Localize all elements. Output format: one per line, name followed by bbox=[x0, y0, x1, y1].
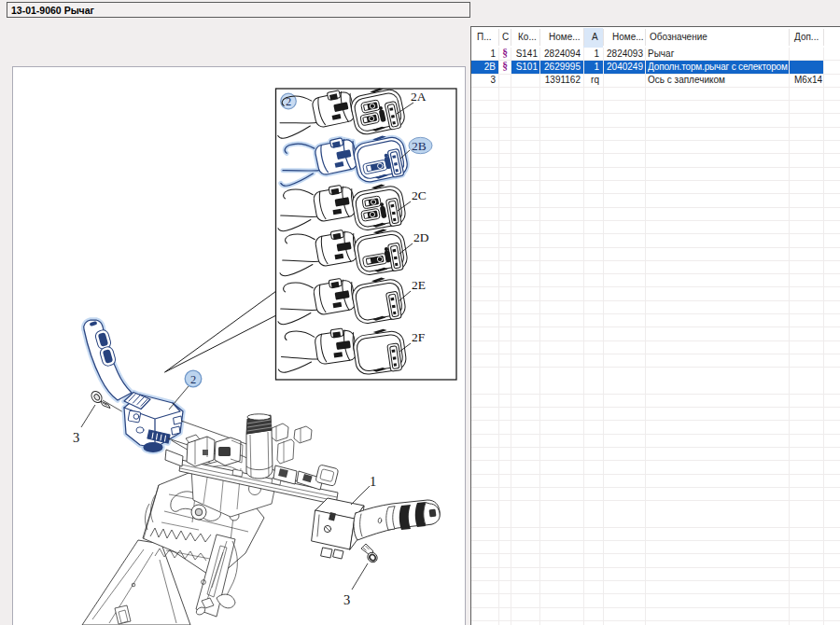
svg-text:2F: 2F bbox=[412, 330, 426, 344]
svg-text:2B: 2B bbox=[412, 139, 427, 153]
svg-text:2E: 2E bbox=[412, 278, 426, 292]
svg-text:1: 1 bbox=[370, 474, 376, 489]
svg-text:2D: 2D bbox=[413, 230, 429, 244]
svg-text:3: 3 bbox=[73, 430, 79, 445]
svg-text:2A: 2A bbox=[411, 90, 427, 104]
svg-text:2C: 2C bbox=[412, 188, 427, 202]
svg-text:3: 3 bbox=[343, 592, 350, 607]
svg-text:2: 2 bbox=[190, 373, 196, 386]
